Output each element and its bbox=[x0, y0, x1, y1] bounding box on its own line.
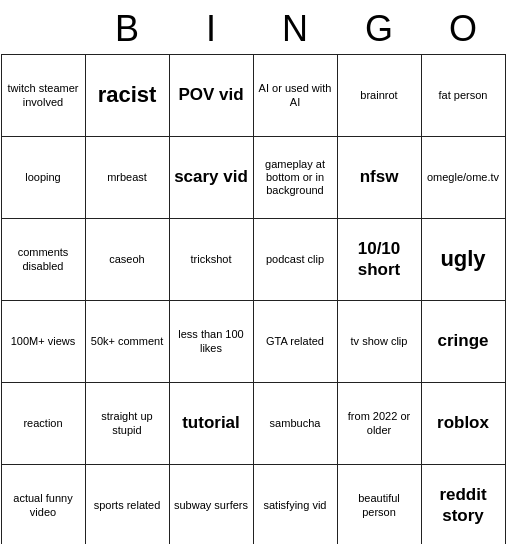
cell-r1-c3: gameplay at bottom or in background bbox=[254, 137, 338, 219]
bingo-grid: twitch steamer involvedracistPOV vidAI o… bbox=[1, 54, 506, 544]
cell-r2-c1: caseoh bbox=[86, 219, 170, 301]
cell-r4-c2: tutorial bbox=[170, 383, 254, 465]
cell-r4-c1: straight up stupid bbox=[86, 383, 170, 465]
cell-r3-c0: 100M+ views bbox=[2, 301, 86, 383]
cell-r2-c5: ugly bbox=[422, 219, 506, 301]
cell-r1-c4: nfsw bbox=[338, 137, 422, 219]
cell-r1-c0: looping bbox=[2, 137, 86, 219]
cell-r0-c3: AI or used with AI bbox=[254, 55, 338, 137]
cell-r5-c2: subway surfers bbox=[170, 465, 254, 544]
bingo-letter-N: N bbox=[253, 8, 337, 50]
cell-r1-c5: omegle/ome.tv bbox=[422, 137, 506, 219]
cell-r3-c5: cringe bbox=[422, 301, 506, 383]
bingo-letter-I: I bbox=[169, 8, 253, 50]
cell-r2-c3: podcast clip bbox=[254, 219, 338, 301]
bingo-header: BINGO bbox=[0, 0, 506, 54]
cell-r2-c4: 10/10 short bbox=[338, 219, 422, 301]
cell-r0-c0: twitch steamer involved bbox=[2, 55, 86, 137]
cell-r0-c4: brainrot bbox=[338, 55, 422, 137]
cell-r0-c2: POV vid bbox=[170, 55, 254, 137]
bingo-letter-O: O bbox=[421, 8, 505, 50]
cell-r4-c0: reaction bbox=[2, 383, 86, 465]
cell-r5-c0: actual funny video bbox=[2, 465, 86, 544]
cell-r4-c5: roblox bbox=[422, 383, 506, 465]
cell-r2-c2: trickshot bbox=[170, 219, 254, 301]
cell-r3-c3: GTA related bbox=[254, 301, 338, 383]
cell-r0-c1: racist bbox=[86, 55, 170, 137]
cell-r3-c4: tv show clip bbox=[338, 301, 422, 383]
cell-r5-c4: beautiful person bbox=[338, 465, 422, 544]
cell-r1-c2: scary vid bbox=[170, 137, 254, 219]
cell-r4-c4: from 2022 or older bbox=[338, 383, 422, 465]
cell-r3-c1: 50k+ comment bbox=[86, 301, 170, 383]
cell-r0-c5: fat person bbox=[422, 55, 506, 137]
cell-r5-c3: satisfying vid bbox=[254, 465, 338, 544]
cell-r4-c3: sambucha bbox=[254, 383, 338, 465]
cell-r2-c0: comments disabled bbox=[2, 219, 86, 301]
cell-r5-c5: reddit story bbox=[422, 465, 506, 544]
bingo-letter-G: G bbox=[337, 8, 421, 50]
cell-r5-c1: sports related bbox=[86, 465, 170, 544]
cell-r1-c1: mrbeast bbox=[86, 137, 170, 219]
cell-r3-c2: less than 100 likes bbox=[170, 301, 254, 383]
bingo-letter-B: B bbox=[85, 8, 169, 50]
